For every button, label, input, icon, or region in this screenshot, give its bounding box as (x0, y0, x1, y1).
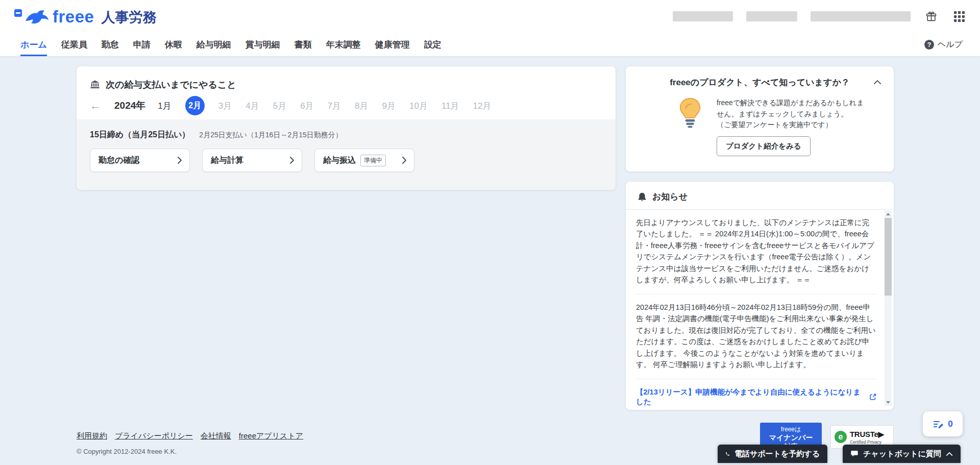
tab-attendance[interactable]: 勤怠 (102, 33, 119, 56)
promo-note: （ご要望アンケートを実施中です） (717, 120, 870, 130)
scroll-down-arrow[interactable] (885, 399, 892, 406)
month-option: 3月 (218, 100, 232, 112)
chevron-up-icon (873, 80, 881, 85)
month-option: 5月 (273, 100, 286, 112)
tab-payslips[interactable]: 給与明細 (197, 33, 231, 56)
main-nav: ホーム 従業員 勤怠 申請 休暇 給与明細 賞与明細 書類 年末調整 健康管理 … (0, 33, 980, 56)
gift-button[interactable] (924, 9, 939, 24)
lightbulb-icon (678, 97, 702, 130)
notices-title: お知らせ (652, 191, 688, 203)
tab-health-management[interactable]: 健康管理 (375, 33, 410, 56)
external-link-icon (869, 393, 876, 401)
month-option: 6月 (300, 100, 313, 112)
company-info-link[interactable]: 会社情報 (201, 431, 231, 441)
gift-icon (926, 11, 937, 22)
tab-documents[interactable]: 書類 (295, 33, 312, 56)
chevron-up-icon (946, 452, 953, 456)
redacted-office-name[interactable] (746, 11, 797, 21)
terms-link[interactable]: 利用規約 (77, 431, 107, 441)
todo-card-header: 次の給与支払いまでにやること (77, 66, 616, 91)
scrollbar-thumb[interactable] (885, 218, 892, 296)
closing-date-label: 15日締め（当月25日払い） (90, 130, 190, 140)
redacted-user-name[interactable] (811, 11, 911, 21)
product-promo-card: freeeのプロダクト、すべて知っていますか？ freeeで解決できる課題がまだ… (626, 66, 894, 172)
apps-grid-button[interactable] (952, 9, 967, 24)
truste-subtitle: Certified Privacy (850, 439, 884, 445)
month-option: 11月 (442, 100, 459, 112)
prev-months-button[interactable]: ← (90, 100, 101, 111)
month-selector: ← 2024年 1月 2月 3月 4月 5月 6月 7月 8月 9月 10月 1… (77, 91, 616, 119)
chat-icon (850, 450, 859, 458)
main-content: 次の給与支払いまでにやること ← 2024年 1月 2月 3月 4月 5月 6月… (0, 56, 980, 410)
tab-leave[interactable]: 休暇 (165, 33, 182, 56)
pay-detail-label: 2月25日支払い（1月16日～2月15日勤務分） (199, 131, 342, 140)
promo-body: freeeで解決できる課題がまだあるかもしれません。まずはチェックしてみましょう… (638, 97, 881, 156)
notice-item: 2024年02月13日16時46分頃～2024年02月13日18時59分の間、f… (636, 295, 876, 379)
payroll-calc-button[interactable]: 給与計算 (202, 149, 302, 172)
truste-name: TRUSTe (850, 430, 878, 438)
notices-card: お知らせ 先日よりアナウンスしておりました、以下のメンテナンスは正常に完了いたし… (626, 182, 894, 410)
payroll-transfer-button[interactable]: 給与振込 準備中 (314, 149, 414, 172)
logo-product-name: 人事労務 (101, 10, 156, 25)
collapse-promo-button[interactable] (871, 77, 884, 88)
chatbot-button[interactable]: チャットボットに質問 (843, 445, 961, 463)
tab-employees[interactable]: 従業員 (61, 33, 87, 56)
month-option-selected[interactable]: 2月 (185, 96, 205, 115)
truste-arrow-icon: ▶ (878, 430, 884, 438)
phone-support-button[interactable]: 電話サポートを予約する (718, 445, 827, 463)
logo-wordmark: freee (53, 8, 94, 25)
notices-scrollbar[interactable] (885, 210, 892, 406)
tab-year-end-adjustment[interactable]: 年末調整 (326, 33, 361, 56)
right-column: freeeのプロダクト、すべて知っていますか？ freeeで解決できる課題がまだ… (626, 66, 894, 410)
promo-text: freeeで解決できる課題がまだあるかもしれません。まずはチェックしてみましょう… (717, 97, 870, 119)
redacted-company-name[interactable] (673, 11, 733, 21)
attendance-check-button[interactable]: 勤怠の確認 (90, 149, 190, 172)
topbar: freee 人事労務 (0, 0, 980, 33)
notices-list: 先日よりアナウンスしておりました、以下のメンテナンスは正常に完了いたしました。 … (626, 210, 894, 410)
view-products-button[interactable]: プロダクト紹介をみる (717, 136, 811, 156)
help-label: ヘルプ (938, 39, 963, 50)
help-icon: ? (924, 40, 934, 50)
todo-card-title: 次の給与支払いまでにやること (106, 79, 236, 91)
chevron-right-icon (402, 156, 407, 164)
month-option: 10月 (409, 100, 428, 112)
tab-home[interactable]: ホーム (20, 33, 47, 56)
tasks-count: 0 (948, 419, 952, 429)
month-option: 7月 (328, 100, 341, 112)
app-header: freee 人事労務 (0, 0, 980, 56)
tasks-pen-icon (933, 419, 944, 430)
logo-mark-icon (14, 9, 22, 17)
month-option: 9月 (382, 100, 396, 112)
freee-bird-icon (25, 10, 50, 25)
month-option[interactable]: 1月 (158, 100, 171, 112)
year-label: 2024年 (114, 99, 145, 112)
promo-title: freeeのプロダクト、すべて知っていますか？ (638, 77, 881, 88)
notices-header: お知らせ (626, 182, 894, 210)
tab-requests[interactable]: 申請 (133, 33, 151, 56)
preparing-badge: 準備中 (360, 155, 386, 166)
bank-icon (90, 80, 100, 90)
privacy-policy-link[interactable]: プライバシーポリシー (115, 431, 193, 441)
brand-logo[interactable]: freee 人事労務 (14, 8, 156, 25)
truste-logo-icon: e (835, 431, 847, 443)
notice-item: 先日よりアナウンスしておりました、以下のメンテナンスは正常に完了いたしました。 … (636, 210, 876, 295)
chevron-right-icon (177, 156, 182, 164)
tasks-count-button[interactable]: 0 (923, 411, 963, 436)
month-option: 8月 (355, 100, 368, 112)
payroll-actions: 勤怠の確認 給与計算 給与振込 準備中 (90, 149, 602, 172)
app-store-link[interactable]: freeeアプリストア (239, 431, 303, 441)
month-option: 4月 (246, 100, 259, 112)
tab-bonus-slips[interactable]: 賞与明細 (246, 33, 280, 56)
tab-settings[interactable]: 設定 (424, 33, 442, 56)
account-area (673, 9, 967, 24)
bell-icon (637, 192, 647, 202)
payroll-section: 15日締め（当月25日払い） 2月25日支払い（1月16日～2月15日勤務分） … (77, 119, 616, 190)
chevron-right-icon (289, 156, 295, 164)
notice-release-link[interactable]: 【2/13リリース】申請機能が今までより自由に使えるようになりました (636, 379, 876, 410)
month-option: 12月 (473, 100, 492, 112)
phone-icon (725, 450, 730, 458)
month-list: 1月 2月 3月 4月 5月 6月 7月 8月 9月 10月 11月 12月 (158, 100, 491, 112)
payroll-summary: 15日締め（当月25日払い） 2月25日支払い（1月16日～2月15日勤務分） (90, 130, 602, 140)
scroll-up-arrow[interactable] (885, 210, 892, 217)
help-button[interactable]: ? ヘルプ (924, 33, 963, 56)
